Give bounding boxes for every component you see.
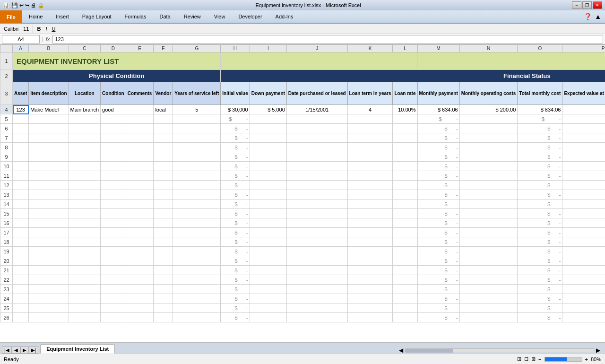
data-row-8[interactable]: 8$ -$ -$ -$ -$ -$ - <box>0 143 605 152</box>
minimize-button[interactable]: − <box>572 1 581 9</box>
col-C[interactable]: C <box>69 45 101 52</box>
tab-data[interactable]: Data <box>153 10 177 23</box>
bold-btn[interactable]: B <box>35 26 43 32</box>
italic-btn[interactable]: I <box>43 26 49 32</box>
col-P[interactable]: P <box>562 45 605 52</box>
data-row-11[interactable]: 11$ -$ -$ -$ -$ -$ - <box>0 171 605 181</box>
cell-m4[interactable]: $ 634.06 <box>417 105 459 114</box>
col-A[interactable]: A <box>13 45 29 52</box>
col-label-monthly-payment: Monthly payment <box>417 82 459 105</box>
cell-c4[interactable]: Main branch <box>69 105 101 114</box>
data-row-9[interactable]: 9$ -$ -$ -$ -$ -$ - <box>0 152 605 162</box>
window-controls[interactable]: − ❐ ✕ <box>572 1 602 9</box>
data-row-21[interactable]: 21$ -$ -$ -$ -$ -$ - <box>0 266 605 275</box>
title-cell[interactable]: EQUIPMENT INVENTORY LIST <box>13 52 221 70</box>
col-G[interactable]: G <box>173 45 221 52</box>
cell-p4[interactable]: $ 20,000.00 <box>562 105 605 114</box>
col-E[interactable]: E <box>126 45 154 52</box>
sheet-first-btn[interactable]: |◀ <box>2 347 12 354</box>
data-row-20[interactable]: 20$ -$ -$ -$ -$ -$ - <box>0 256 605 266</box>
tab-developer[interactable]: Developer <box>232 10 268 23</box>
cell-k4[interactable]: 4 <box>347 105 393 114</box>
cell-e4[interactable] <box>126 105 154 114</box>
view-normal-icon[interactable]: ⊞ <box>517 356 521 362</box>
close-button[interactable]: ✕ <box>593 1 602 9</box>
view-page-layout-icon[interactable]: ⊟ <box>524 356 528 362</box>
col-H[interactable]: H <box>221 45 250 52</box>
col-L[interactable]: L <box>393 45 417 52</box>
sheet-next-btn[interactable]: ▶ <box>20 347 29 354</box>
data-row-22[interactable]: 22$ -$ -$ -$ -$ -$ - <box>0 275 605 285</box>
data-row-19[interactable]: 19$ -$ -$ -$ -$ -$ - <box>0 247 605 256</box>
grid-table: A B C D E F G H I J K L M N O P Q <box>0 44 605 322</box>
tab-page-layout[interactable]: Page Layout <box>76 10 118 23</box>
data-row-24[interactable]: 24$ -$ -$ -$ -$ -$ - <box>0 294 605 303</box>
grid-scroll[interactable]: A B C D E F G H I J K L M N O P Q <box>0 44 605 342</box>
tab-home[interactable]: Home <box>22 10 49 23</box>
cell-d4[interactable]: good <box>101 105 126 114</box>
col-K[interactable]: K <box>347 45 393 52</box>
tab-review[interactable]: Review <box>177 10 207 23</box>
data-row-5[interactable]: 5 $ - $ - $ - $ - $ - $ - <box>0 114 605 124</box>
data-row-15[interactable]: 15$ -$ -$ -$ -$ -$ - <box>0 209 605 218</box>
col-label-vendor: Vendor <box>154 82 173 105</box>
tab-formulas[interactable]: Formulas <box>118 10 153 23</box>
tab-file[interactable]: File <box>0 10 22 23</box>
data-row-7[interactable]: 7$ -$ -$ -$ -$ -$ - <box>0 133 605 143</box>
name-box[interactable] <box>2 35 40 43</box>
data-row-14[interactable]: 14$ -$ -$ -$ -$ -$ - <box>0 199 605 209</box>
cell-n4[interactable]: $ 200.00 <box>459 105 518 114</box>
data-row-4[interactable]: 4 123 Make Model Main branch good local … <box>0 105 605 114</box>
col-M[interactable]: M <box>417 45 459 52</box>
data-row-10[interactable]: 10$ -$ -$ -$ -$ -$ - <box>0 162 605 171</box>
cell-f4[interactable]: local <box>154 105 173 114</box>
sheet-prev-btn[interactable]: ◀ <box>12 347 20 354</box>
row-num-1: 1 <box>0 52 13 70</box>
cell-j4[interactable]: 1/15/2001 <box>286 105 347 114</box>
tab-insert[interactable]: Insert <box>49 10 76 23</box>
sheet-tab-equipment[interactable]: Equipment Inventory List <box>40 344 115 354</box>
zoom-in-icon[interactable]: + <box>585 356 588 362</box>
cell-l4[interactable]: 10.00% <box>393 105 417 114</box>
cell-h4[interactable]: $ 30,000 <box>221 105 250 114</box>
col-F[interactable]: F <box>154 45 173 52</box>
zoom-out-icon[interactable]: − <box>538 356 541 362</box>
tab-addins[interactable]: Add-Ins <box>269 10 300 23</box>
help-icon[interactable]: ❓ <box>584 13 592 20</box>
data-row-25[interactable]: 25$ -$ -$ -$ -$ -$ - <box>0 303 605 313</box>
col-B[interactable]: B <box>29 45 69 52</box>
formula-bar-separator: | <box>42 36 43 42</box>
zoom-level[interactable]: 80% <box>591 356 601 362</box>
sheet-nav[interactable]: |◀ ◀ ▶ ▶| <box>2 347 38 354</box>
underline-btn[interactable]: U <box>50 26 57 32</box>
minimize-ribbon-icon[interactable]: ▲ <box>595 13 601 20</box>
tab-view[interactable]: View <box>207 10 232 23</box>
col-I[interactable]: I <box>250 45 286 52</box>
cell-g4[interactable]: 5 <box>173 105 221 114</box>
data-row-18[interactable]: 18$ -$ -$ -$ -$ -$ - <box>0 237 605 247</box>
data-row-16[interactable]: 16$ -$ -$ -$ -$ -$ - <box>0 218 605 228</box>
scroll-left-icon[interactable]: ◀ <box>397 347 405 354</box>
data-row-17[interactable]: 17$ -$ -$ -$ -$ -$ - <box>0 228 605 237</box>
row-num-3: 3 <box>0 82 13 105</box>
cell-a4[interactable]: 123 <box>13 105 29 114</box>
col-N[interactable]: N <box>459 45 518 52</box>
col-D[interactable]: D <box>101 45 126 52</box>
data-row-23[interactable]: 23$ -$ -$ -$ -$ -$ - <box>0 285 605 294</box>
restore-button[interactable]: ❐ <box>582 1 592 9</box>
data-row-12[interactable]: 12$ -$ -$ -$ -$ -$ - <box>0 181 605 190</box>
view-page-break-icon[interactable]: ⊠ <box>531 356 536 362</box>
col-O[interactable]: O <box>518 45 562 52</box>
sheet-last-btn[interactable]: ▶| <box>29 347 39 354</box>
spreadsheet-container: A B C D E F G H I J K L M N O P Q <box>0 44 605 342</box>
data-row-26[interactable]: 26$ -$ -$ -$ -$ -$ - <box>0 313 605 322</box>
cell-o4[interactable]: $ 834.06 <box>518 105 562 114</box>
col-label-monthly-operating: Monthly operating costs <box>459 82 518 105</box>
col-J[interactable]: J <box>286 45 347 52</box>
cell-b4[interactable]: Make Model <box>29 105 69 114</box>
cell-i4[interactable]: $ 5,000 <box>250 105 286 114</box>
scroll-right-icon[interactable]: ▶ <box>594 347 602 354</box>
data-row-6[interactable]: 6$ -$ -$ -$ -$ -$ - <box>0 124 605 133</box>
formula-input[interactable] <box>52 35 603 43</box>
data-row-13[interactable]: 13$ -$ -$ -$ -$ -$ - <box>0 190 605 199</box>
